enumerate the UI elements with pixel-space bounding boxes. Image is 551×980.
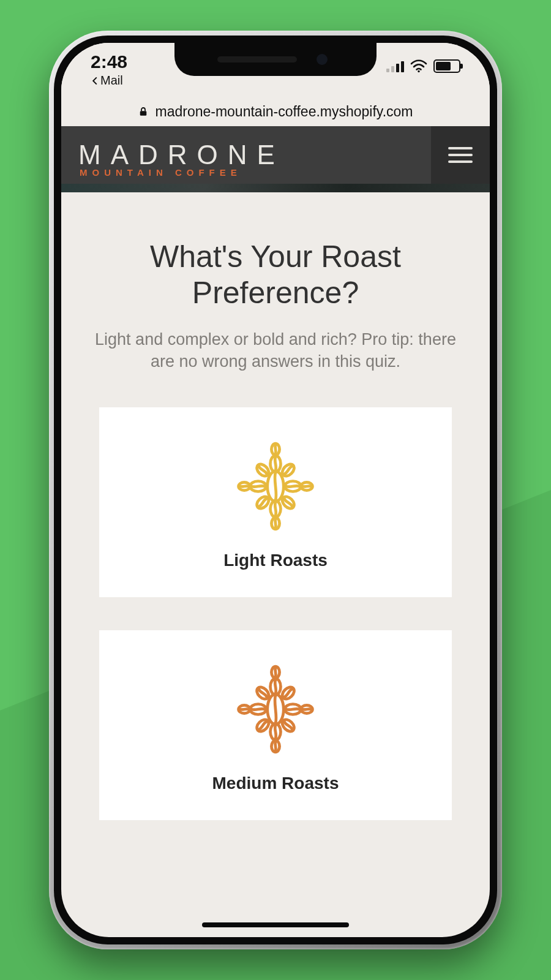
battery-icon [433, 59, 460, 73]
home-indicator[interactable] [202, 922, 349, 927]
brand-logo[interactable]: MADRONE [78, 140, 285, 170]
menu-button[interactable] [431, 126, 490, 184]
back-to-app-label: Mail [100, 74, 123, 88]
coffee-beans-icon [217, 657, 334, 761]
cellular-signal-icon [386, 60, 404, 72]
quiz-option-light-roasts[interactable]: Light Roasts [99, 407, 452, 597]
phone-notch [174, 43, 377, 76]
quiz-title: What's Your Roast Preference? [93, 239, 458, 311]
svg-point-0 [418, 70, 419, 72]
wifi-icon [410, 59, 427, 73]
header-hero-sliver [61, 184, 490, 192]
quiz-subtitle: Light and complex or bold and rich? Pro … [81, 328, 470, 373]
quiz-option-medium-roasts[interactable]: Medium Roasts [99, 630, 452, 820]
status-time: 2:48 [91, 51, 127, 72]
brand-subline: MOUNTAIN COFFEE [80, 167, 242, 178]
quiz-option-label: Medium Roasts [212, 774, 339, 793]
coffee-beans-icon [217, 434, 334, 538]
chevron-left-icon [91, 77, 99, 85]
svg-rect-1 [140, 111, 147, 116]
browser-address-bar[interactable]: madrone-mountain-coffee.myshopify.com [61, 97, 490, 126]
quiz-option-label: Light Roasts [223, 551, 328, 570]
browser-host: madrone-mountain-coffee.myshopify.com [155, 104, 413, 120]
hamburger-icon [448, 147, 473, 163]
back-to-app-button[interactable]: Mail [91, 74, 127, 88]
quiz-content: What's Your Roast Preference? Light and … [61, 192, 490, 878]
site-header: MADRONE MOUNTAIN COFFEE [61, 126, 490, 184]
phone-frame: 2:48 Mail [49, 31, 502, 949]
phone-screen: 2:48 Mail [61, 43, 490, 937]
lock-icon [138, 106, 149, 117]
